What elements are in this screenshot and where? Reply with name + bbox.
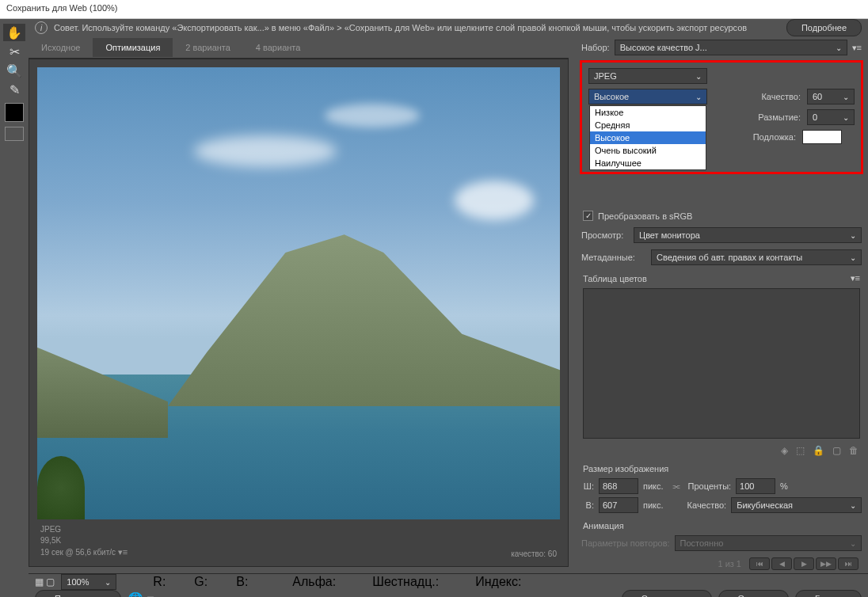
quality-value-input[interactable]: 60 [807,89,855,105]
nav-play-icon: ▶ [794,557,814,570]
readout-alpha: Альфа: [292,575,336,589]
quality-option-veryhigh[interactable]: Очень высокий [590,144,706,157]
height-label: В: [581,500,594,510]
trash-icon[interactable]: 🗑 [849,445,858,456]
matte-label: Подложка: [737,132,796,142]
blur-label: Размытие: [741,112,801,122]
color-table-menu-icon[interactable]: ▾≡ [851,273,860,283]
height-input[interactable] [599,497,638,513]
quality-option-max[interactable]: Наилучшее [590,157,706,169]
animation-title: Анимация [583,521,624,530]
preset-menu-icon[interactable]: ▾≡ [852,43,862,53]
readout-g: G: [194,575,207,589]
tools-sidebar: ✋ ✂ 🔍 ✎ [0,19,29,597]
percent-label: Проценты: [688,481,732,491]
preset-dropdown[interactable]: Высокое качество J... [615,40,847,55]
quality-preset-list: Низкое Средняя Высокое Очень высокий Наи… [589,105,706,170]
preview-mode-dropdown[interactable]: Цвет монитора [634,227,862,243]
px-label-h: пикс. [643,500,664,510]
preview-button[interactable]: Просмотр... [35,590,121,597]
link-icon[interactable]: ⫘ [672,481,680,491]
srgb-label: Преобразовать в sRGB [598,211,692,221]
new-icon[interactable]: ▢ [832,445,841,456]
highlight-box: JPEG Высокое Низкое Средняя Высокое Очен… [580,60,863,174]
save-button[interactable]: Сохранить... [622,590,712,597]
width-label: Ш: [581,481,594,491]
preview-mode-label: Просмотр: [581,230,629,240]
slice-tool-icon[interactable]: ✂ [3,43,25,60]
preview-info-quality: качество: 60 [511,549,557,558]
readout-index: Индекс: [475,575,521,589]
metadata-label: Метаданные: [581,253,646,262]
readout-hex: Шестнадц.: [372,575,439,589]
px-label-w: пикс. [643,481,664,491]
color-table[interactable] [583,288,860,439]
nav-prev-icon: ◀ [771,557,792,570]
slice-visibility-icon[interactable] [5,127,24,141]
width-input[interactable] [599,478,638,494]
loop-dropdown: Постоянно [675,535,862,551]
resample-label: Качество: [687,500,727,510]
zoom-tool-icon[interactable]: 🔍 [3,62,25,79]
quality-option-high[interactable]: Высокое [590,131,706,144]
tab-2up[interactable]: 2 варианта [173,38,243,57]
blur-value-input[interactable]: 0 [807,109,855,125]
loop-label: Параметры повторов: [581,538,670,548]
tab-4up[interactable]: 4 варианта [243,38,314,57]
preview-info-left: JPEG 99,5K 19 сек @ 56,6 кбит/с ▾≡ [40,524,128,558]
metadata-dropdown[interactable]: Сведения об авт. правах и контакты [651,249,862,265]
zoom-dropdown[interactable]: 100% [61,574,116,590]
preview-tabs: Исходное Оптимизация 2 варианта 4 вариан… [29,36,569,59]
tab-optimized[interactable]: Оптимизация [93,38,173,57]
format-dropdown[interactable]: JPEG [588,68,707,84]
image-preview[interactable] [37,67,560,519]
quality-option-medium[interactable]: Средняя [590,119,706,131]
nav-next-icon: ▶▶ [816,557,836,570]
lock-icon[interactable]: 🔒 [813,445,824,456]
foreground-color-swatch[interactable] [5,103,24,122]
matte-color-well[interactable] [802,130,842,144]
readout-r: R: [153,575,166,589]
nav-first-icon: ⏮ [749,557,770,570]
quality-label: Качество: [741,92,801,101]
percent-sign: % [780,481,788,491]
percent-input[interactable] [736,478,775,494]
more-button[interactable]: Подробнее [786,19,862,36]
srgb-checkbox[interactable]: ✓ [583,211,593,221]
table-icon-2[interactable]: ⬚ [796,445,805,456]
quality-preset-dropdown[interactable]: Высокое Низкое Средняя Высокое Очень выс… [588,89,707,105]
image-size-title: Размер изображения [583,464,668,473]
table-icon-1[interactable]: ◈ [781,445,788,456]
resample-dropdown[interactable]: Бикубическая [731,497,862,513]
eyedropper-tool-icon[interactable]: ✎ [3,81,25,98]
window-title: Сохранить для Web (100%) [0,0,868,19]
frame-info: 1 из 1 [718,559,741,568]
nav-last-icon: ⏭ [838,557,858,570]
hand-tool-icon[interactable]: ✋ [3,24,25,41]
info-icon: i [35,21,48,34]
tab-original[interactable]: Исходное [29,38,93,57]
color-table-title: Таблица цветов [583,274,647,283]
tip-text: Совет. Используйте команду «Экспортирова… [54,23,747,32]
quality-option-low[interactable]: Низкое [590,106,706,119]
readout-b: B: [236,575,248,589]
done-button[interactable]: Готово [795,590,862,597]
preset-label: Набор: [581,43,610,52]
cancel-button[interactable]: Отмена [718,590,789,597]
